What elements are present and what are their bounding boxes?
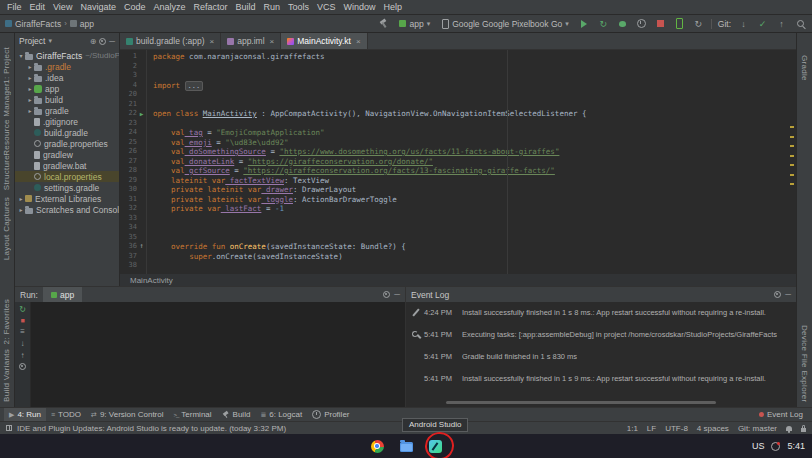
files-icon[interactable] bbox=[400, 442, 413, 452]
menu-navigate[interactable]: Navigate bbox=[76, 2, 120, 12]
tree-item-gradlew-bat[interactable]: gradlew.bat bbox=[15, 160, 119, 171]
warning-stripe-tick[interactable] bbox=[790, 183, 794, 185]
menu-edit[interactable]: Edit bbox=[26, 2, 50, 12]
filter-icon[interactable]: ≡ bbox=[20, 327, 25, 336]
gutter-line[interactable]: 20 bbox=[120, 90, 146, 100]
gear-icon[interactable] bbox=[383, 291, 390, 298]
menu-code[interactable]: Code bbox=[120, 2, 150, 12]
menu-help[interactable]: Help bbox=[380, 2, 407, 12]
gutter-line[interactable]: 1 bbox=[120, 52, 146, 62]
lock-icon[interactable] bbox=[801, 428, 806, 432]
git-update-button[interactable]: ↓ bbox=[737, 17, 750, 30]
menu-run[interactable]: Run bbox=[260, 2, 285, 12]
tree-item-gradle[interactable]: ▸gradle bbox=[15, 105, 119, 116]
gutter-line[interactable]: 33 bbox=[120, 214, 146, 224]
gutter-line[interactable]: 30 bbox=[120, 185, 146, 195]
expand-arrow-icon[interactable]: ▾ bbox=[17, 52, 25, 59]
clock[interactable]: 5:41 bbox=[787, 441, 805, 451]
run-console-output[interactable] bbox=[31, 302, 405, 407]
keyboard-layout[interactable]: US bbox=[752, 441, 765, 451]
stop-icon[interactable]: ■ bbox=[20, 317, 24, 324]
nav-item-giraffefacts[interactable]: GiraffeFacts bbox=[5, 19, 61, 29]
warning-stripe-tick[interactable] bbox=[790, 126, 794, 128]
gutter-line[interactable]: 26 bbox=[120, 147, 146, 157]
gear-icon[interactable] bbox=[774, 291, 781, 298]
menu-vcs[interactable]: VCS bbox=[313, 2, 340, 12]
hide-panel-icon[interactable]: ─ bbox=[394, 290, 400, 299]
tool-stripe-build-variants[interactable]: Build Variants bbox=[2, 349, 11, 402]
tree-item-build-gradle[interactable]: build.gradle bbox=[15, 127, 119, 138]
tree-item-gitignore[interactable]: .gitignore bbox=[15, 116, 119, 127]
class-gutter-icon[interactable]: ▶ bbox=[137, 109, 146, 119]
close-tab-icon[interactable]: × bbox=[210, 37, 215, 46]
gutter-line[interactable]: 24 bbox=[120, 128, 146, 138]
horizontal-scrollbar[interactable] bbox=[446, 401, 716, 404]
tool-stripe-device-file-explorer[interactable]: Device File Explorer bbox=[800, 325, 809, 403]
tree-item-app[interactable]: ▸app bbox=[15, 83, 119, 94]
menu-window[interactable]: Window bbox=[340, 2, 380, 12]
tool-tab-6-logcat[interactable]: ≣6: Logcat bbox=[255, 408, 307, 421]
tool-tab-9-version-control[interactable]: ⇄9: Version Control bbox=[86, 408, 168, 421]
android-studio-icon[interactable] bbox=[429, 440, 442, 453]
gutter-line[interactable]: 36↑ bbox=[120, 242, 146, 252]
expand-arrow-icon[interactable]: ▸ bbox=[26, 107, 34, 114]
tree-item-idea[interactable]: ▸.idea bbox=[15, 72, 119, 83]
nav-item-app[interactable]: app bbox=[70, 19, 94, 29]
git-commit-button[interactable]: ✓ bbox=[756, 17, 769, 30]
status-git-master[interactable]: Git: master bbox=[738, 424, 777, 433]
build-project-button[interactable] bbox=[377, 17, 390, 30]
warning-stripe-tick[interactable] bbox=[790, 155, 794, 157]
close-tab-icon[interactable]: × bbox=[270, 37, 275, 46]
stop-button[interactable] bbox=[654, 17, 667, 30]
status-4-spaces[interactable]: 4 spaces bbox=[697, 424, 729, 433]
warning-stripe-tick[interactable] bbox=[790, 145, 794, 147]
tree-item-giraffefacts[interactable]: ▾GiraffeFacts~/StudioProje bbox=[15, 50, 119, 61]
expand-arrow-icon[interactable]: ▸ bbox=[26, 85, 34, 92]
breadcrumb-item[interactable]: MainActivity bbox=[130, 276, 173, 285]
bell-icon[interactable] bbox=[786, 426, 792, 431]
menu-view[interactable]: View bbox=[49, 2, 76, 12]
tool-stripe-1-project[interactable]: 1: Project bbox=[2, 47, 11, 84]
locate-file-icon[interactable]: ⊕ bbox=[90, 37, 97, 46]
tool-stripe-layout-captures[interactable]: Layout Captures bbox=[2, 197, 11, 260]
gear-icon[interactable] bbox=[99, 38, 106, 45]
override-gutter-icon[interactable]: ↑ bbox=[137, 242, 146, 252]
tool-windows-icon[interactable] bbox=[6, 425, 12, 431]
notifications-icon[interactable] bbox=[771, 442, 780, 451]
tree-item-gradle-properties[interactable]: gradle.properties bbox=[15, 138, 119, 149]
hide-panel-icon[interactable]: ─ bbox=[785, 290, 791, 299]
warning-stripe-tick[interactable] bbox=[790, 136, 794, 138]
tool-tab-terminal[interactable]: >_Terminal bbox=[169, 408, 217, 421]
device-select[interactable]: Google Google Pixelbook Go ▾ bbox=[439, 19, 572, 29]
menu-file[interactable]: File bbox=[3, 2, 26, 12]
debug-button[interactable] bbox=[616, 17, 629, 30]
run-tab-app[interactable]: app bbox=[43, 287, 82, 302]
editor-gutter[interactable]: 1234202122▶2324252627282930313233343536↑… bbox=[120, 50, 147, 274]
tool-stripe-structure[interactable]: Structure bbox=[2, 155, 11, 190]
tab-app-iml[interactable]: app.iml× bbox=[221, 33, 281, 49]
warning-stripe-tick[interactable] bbox=[790, 174, 794, 176]
gutter-line[interactable]: 23 bbox=[120, 119, 146, 129]
gutter-line[interactable]: 27 bbox=[120, 157, 146, 167]
expand-arrow-icon[interactable]: ▸ bbox=[17, 195, 25, 202]
code-pane[interactable]: package com.naranjaconsal.giraffefactsim… bbox=[147, 50, 796, 274]
expand-arrow-icon[interactable]: ▸ bbox=[26, 96, 34, 103]
scroll-down-icon[interactable]: ↓ bbox=[21, 339, 25, 348]
gutter-line[interactable]: 38 bbox=[120, 261, 146, 271]
gutter-line[interactable]: 35 bbox=[120, 233, 146, 243]
event-log-button[interactable]: Event Log bbox=[754, 408, 808, 421]
gutter-line[interactable]: 4 bbox=[120, 81, 146, 91]
expand-arrow-icon[interactable]: ▸ bbox=[26, 74, 34, 81]
menu-tools[interactable]: Tools bbox=[284, 2, 313, 12]
event-log-messages[interactable]: 4:24 PMInstall successfully finished in … bbox=[406, 302, 796, 407]
tool-tab-todo[interactable]: ≡TODO bbox=[46, 408, 86, 421]
tab-build-gradle-app[interactable]: build.gradle (:app)× bbox=[120, 33, 221, 49]
gutter-line[interactable]: 32 bbox=[120, 204, 146, 214]
expand-arrow-icon[interactable]: ▸ bbox=[26, 63, 34, 70]
tree-item-local-properties[interactable]: local.properties bbox=[15, 171, 119, 182]
tree-item-gradle[interactable]: ▸.gradle bbox=[15, 61, 119, 72]
menu-refactor[interactable]: Refactor bbox=[189, 2, 231, 12]
avd-manager-button[interactable] bbox=[673, 17, 686, 30]
tool-tab-4-run[interactable]: ▶4: Run bbox=[4, 408, 46, 421]
gutter-line[interactable]: 3 bbox=[120, 71, 146, 81]
